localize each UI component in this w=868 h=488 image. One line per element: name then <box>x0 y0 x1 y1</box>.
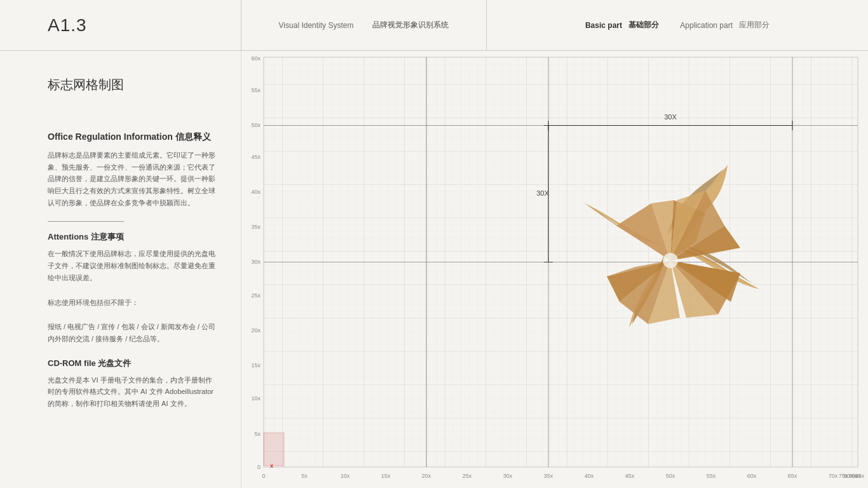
nav-app-en: Application part <box>680 21 733 30</box>
divider-1 <box>48 221 124 222</box>
svg-text:30X: 30X <box>664 113 677 121</box>
svg-text:5x: 5x <box>301 473 308 479</box>
svg-text:50x: 50x <box>251 122 261 128</box>
nav-vi-zh: 品牌视觉形象识别系统 <box>372 20 449 30</box>
svg-text:55x: 55x <box>707 473 716 479</box>
svg-text:0: 0 <box>257 464 261 470</box>
section1-title: Office Regulation Information 信息释义 <box>48 132 215 143</box>
section2-text3: 报纸 / 电视广告 / 宣传 / 包装 / 会议 / 新闻发布会 / 公司内外部… <box>48 321 215 344</box>
section2-text1: 在一般情况下使用品牌标志，应尽量使用提供的光盘电子文件，不建议使用标准制图绘制标… <box>48 248 215 283</box>
section2-text2: 标志使用环境包括但不限于： <box>48 297 215 309</box>
grid-svg: 0 5x 10x 15x 20x 25x 30x 35x 40x 45x 50x… <box>241 51 868 488</box>
svg-text:65x: 65x <box>788 473 797 479</box>
header-center: Visual Identity System 品牌视觉形象识别系统 <box>241 0 487 50</box>
header-left: A1.3 <box>0 0 241 50</box>
nav-vi-en: Visual Identity System <box>279 21 354 30</box>
svg-text:30x: 30x <box>251 259 261 265</box>
svg-text:20x: 20x <box>251 327 261 334</box>
page-number: A1.3 <box>48 15 87 36</box>
svg-text:55x: 55x <box>251 87 261 93</box>
svg-text:15x: 15x <box>251 362 261 369</box>
left-panel: 标志网格制图 Office Regulation Information 信息释… <box>0 51 241 488</box>
nav-basic-en: Basic part <box>585 21 622 30</box>
svg-text:40x: 40x <box>585 473 594 479</box>
main-title: 标志网格制图 <box>48 76 215 93</box>
svg-text:x: x <box>270 463 273 469</box>
svg-point-67 <box>663 253 678 268</box>
svg-text:60x: 60x <box>747 473 757 479</box>
section1-text: 品牌标志是品牌要素的主要组成元素。它印证了一种形象、预先服务、一份文件、一份通讯… <box>48 149 215 208</box>
svg-text:20x: 20x <box>422 473 431 479</box>
svg-text:10x: 10x <box>341 473 350 479</box>
svg-text:25x: 25x <box>463 473 472 479</box>
svg-text:60x: 60x <box>251 55 261 62</box>
svg-text:45x: 45x <box>625 473 635 479</box>
svg-text:30x: 30x <box>503 473 513 479</box>
header-right: Basic part 基础部分 Application part 应用部分 <box>487 0 868 50</box>
section-cdrom: CD-ROM file 光盘文件 光盘文件是本 VI 手册电子文件的集合，内含手… <box>48 358 215 410</box>
nav-separator <box>665 21 674 30</box>
svg-rect-50 <box>264 433 284 466</box>
svg-text:35x: 35x <box>544 473 553 479</box>
svg-text:95x: 95x <box>855 473 865 479</box>
page-header: A1.3 Visual Identity System 品牌视觉形象识别系统 B… <box>0 0 868 51</box>
svg-text:10x: 10x <box>251 395 261 402</box>
section2-title: Attentions 注意事项 <box>48 231 215 243</box>
svg-text:45x: 45x <box>251 154 261 160</box>
svg-text:50x: 50x <box>666 473 675 479</box>
svg-text:0: 0 <box>262 473 265 479</box>
section3-title: CD-ROM file 光盘文件 <box>48 358 215 369</box>
svg-text:35x: 35x <box>251 224 261 230</box>
svg-text:40x: 40x <box>251 189 261 195</box>
svg-text:5x: 5x <box>254 431 261 437</box>
svg-text:70x: 70x <box>829 473 838 479</box>
grid-area: 0 5x 10x 15x 20x 25x 30x 35x 40x 45x 50x… <box>241 51 868 488</box>
svg-text:15x: 15x <box>381 473 391 479</box>
nav-basic-zh: 基础部分 <box>628 20 659 30</box>
nav-app-zh: 应用部分 <box>739 20 770 30</box>
svg-text:30X: 30X <box>536 189 549 197</box>
section-attentions: Attentions 注意事项 在一般情况下使用品牌标志，应尽量使用提供的光盘电… <box>48 231 215 344</box>
svg-text:25x: 25x <box>251 292 261 299</box>
section3-text: 光盘文件是本 VI 手册电子文件的集合，内含手册制作时的专用软件格式文件。其中 … <box>48 374 215 410</box>
section-info: Office Regulation Information 信息释义 品牌标志是… <box>48 132 215 208</box>
